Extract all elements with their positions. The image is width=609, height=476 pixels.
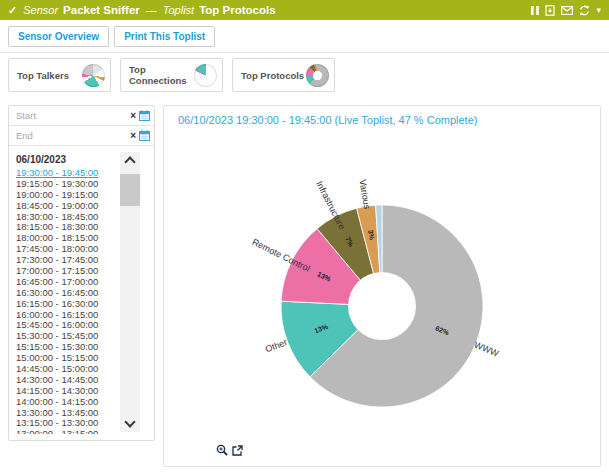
slice-name-label: WWW [473, 340, 501, 359]
open-external-icon[interactable] [232, 445, 243, 456]
calendar-icon[interactable] [139, 130, 150, 141]
caret-down-icon[interactable]: ▾ [596, 6, 601, 15]
pie-chart-icon [82, 64, 105, 87]
tab-label: Top Protocols [241, 70, 304, 81]
interval-item[interactable]: 14:00:00 - 14:15:00 [16, 397, 114, 408]
chart-actions [216, 444, 243, 456]
scrollbar-thumb[interactable] [120, 174, 140, 206]
refresh-icon[interactable] [579, 5, 590, 16]
prtg-toplist-page: ✓ Sensor Packet Sniffer — Toplist Top Pr… [0, 0, 609, 476]
slice-name-label: Other [264, 337, 289, 354]
pie-chart-icon [194, 64, 217, 87]
end-date-input[interactable] [16, 130, 130, 141]
breadcrumb-separator: — [146, 4, 157, 16]
interval-item[interactable]: 16:15:00 - 16:30:00 [16, 299, 114, 310]
interval-filter-panel: × × 06/10/2023 19:30:00 - 19:45:0019:15:… [8, 105, 155, 441]
tab-top-protocols[interactable]: Top Protocols [232, 58, 335, 92]
scroll-down-icon[interactable] [120, 416, 140, 432]
clear-start-icon[interactable]: × [130, 111, 136, 121]
tab-top-talkers[interactable]: Top Talkers [8, 58, 111, 92]
sensor-name: Packet Sniffer [63, 4, 140, 16]
toplist-chart-panel: 06/10/2023 19:30:00 - 19:45:00 (Live Top… [163, 105, 601, 467]
interval-scrollbar[interactable] [120, 152, 140, 432]
start-date-input[interactable] [16, 110, 130, 121]
toplist-label: Toplist [163, 4, 194, 16]
pause-icon[interactable] [531, 6, 539, 15]
interval-item[interactable]: 13:00:00 - 13:15:00 [16, 429, 114, 434]
interval-list-wrap: 06/10/2023 19:30:00 - 19:45:0019:15:00 -… [16, 152, 114, 434]
header-icons: ▾ [531, 5, 601, 16]
print-toplist-button[interactable]: Print This Toplist [114, 26, 215, 47]
header-bar: ✓ Sensor Packet Sniffer — Toplist Top Pr… [0, 0, 609, 20]
section-divider [0, 52, 609, 53]
toplist-tabs: Top Talkers Top Connections Top Protocol… [8, 58, 335, 92]
sensor-label: Sensor [23, 4, 58, 16]
interval-item[interactable]: 18:45:00 - 19:00:00 [16, 201, 114, 212]
clear-end-icon[interactable]: × [130, 131, 136, 141]
tab-label: Top Talkers [17, 70, 69, 81]
slice-name-label: Various [357, 179, 372, 211]
pie-chart-icon [306, 64, 329, 87]
sensor-overview-button[interactable]: Sensor Overview [8, 26, 109, 47]
calendar-icon[interactable] [139, 110, 150, 121]
report-icon[interactable] [545, 5, 555, 16]
donut-hole [348, 272, 416, 340]
end-date-row: × [9, 126, 154, 146]
start-date-row: × [9, 106, 154, 126]
toplist-name: Top Protocols [199, 4, 275, 16]
email-icon[interactable] [561, 6, 573, 15]
tab-label: Top Connections [129, 64, 194, 86]
scroll-up-icon[interactable] [120, 152, 140, 168]
toplist-donut: 62%WWW13%Other13%Remote Control7%Infrast… [164, 106, 602, 466]
zoom-icon[interactable] [216, 444, 228, 456]
tab-top-connections[interactable]: Top Connections [120, 58, 223, 92]
interval-list: 19:30:00 - 19:45:0019:15:00 - 19:30:0019… [16, 168, 114, 434]
sensor-ok-check-icon: ✓ [8, 4, 17, 17]
toolbar: Sensor Overview Print This Toplist [8, 26, 215, 47]
interval-date-header: 06/10/2023 [16, 154, 114, 165]
